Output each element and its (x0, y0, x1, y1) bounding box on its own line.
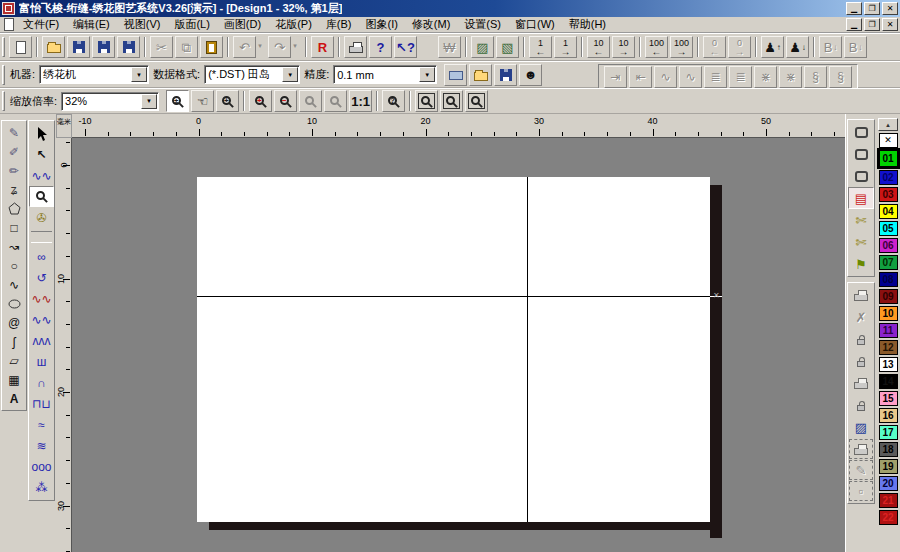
menu-pattern[interactable]: 花版(P) (268, 17, 319, 32)
back-10-button[interactable]: 10← (587, 36, 610, 58)
select-tool[interactable] (29, 123, 54, 144)
color-swatch-07[interactable]: 07 (879, 255, 898, 270)
menu-window[interactable]: 窗口(W) (508, 17, 562, 32)
data-format-dropdown-icon[interactable]: ▼ (282, 67, 298, 82)
rectangle-tool[interactable]: □ (2, 218, 26, 237)
edit-dashed-button[interactable]: ✎ (849, 460, 873, 480)
menu-draw[interactable]: 画图(D) (217, 17, 268, 32)
seq-join-a-button[interactable]: ⋇ (754, 66, 777, 88)
seq-align-end-button[interactable]: ⇤ (629, 66, 652, 88)
cross-stitch-tool[interactable]: ⁂ (29, 477, 54, 498)
copy-button[interactable]: ⧉ (175, 36, 198, 58)
forward-1-button[interactable]: 1→ (554, 36, 577, 58)
color-swatch-09[interactable]: 09 (879, 289, 898, 304)
toolbar-grip[interactable] (2, 91, 5, 111)
menu-settings[interactable]: 设置(S) (457, 17, 508, 32)
delete-block-button[interactable]: ✗ (848, 306, 874, 328)
pen-node-tool[interactable]: ✐ (2, 142, 26, 161)
seq-curve-b-button[interactable]: ∿ (679, 66, 702, 88)
open-button[interactable] (42, 36, 65, 58)
toolbar-grip[interactable] (2, 65, 5, 85)
pan-button[interactable]: ☜ (191, 90, 214, 112)
print-worksheet-button[interactable] (848, 372, 874, 394)
menu-modify[interactable]: 修改(M) (405, 17, 458, 32)
design-canvas[interactable] (197, 177, 710, 522)
circle-tool[interactable]: ○ (2, 256, 26, 275)
comb-stitch-tool[interactable]: ш (29, 351, 54, 372)
color-swatch-04[interactable]: 04 (879, 204, 898, 219)
save-design-button[interactable] (494, 64, 517, 86)
color-swatch-11[interactable]: 11 (879, 323, 898, 338)
save-to-machine-button[interactable] (92, 36, 115, 58)
menu-library[interactable]: 库(B) (319, 17, 359, 32)
print-design-button[interactable] (848, 284, 874, 306)
e-stitch-tool[interactable]: ʌʌʌ (29, 330, 54, 351)
image-insert-button[interactable]: ▨ (848, 416, 874, 438)
menu-image[interactable]: 图象(I) (358, 17, 404, 32)
export-design-button[interactable] (117, 36, 140, 58)
lasso-stitch-tool[interactable]: ↺ (29, 267, 54, 288)
back-100-button[interactable]: 100← (645, 36, 668, 58)
freehand-curve-tool[interactable]: ʑ (2, 180, 26, 199)
zoom-ratio-combobox[interactable]: 32% ▼ (61, 92, 159, 111)
frame-transform-button[interactable] (848, 143, 874, 165)
zoom-tool[interactable] (29, 186, 54, 207)
machine-dropdown-icon[interactable]: ▼ (131, 67, 147, 82)
fit-design-button[interactable] (415, 90, 438, 112)
color-swatch-10[interactable]: 10 (879, 306, 898, 321)
color-swatch-13[interactable]: 13 (879, 357, 898, 372)
stitch-list-button[interactable]: ₩ (438, 36, 461, 58)
sequin-card-button[interactable]: ▤ (848, 187, 874, 209)
lock-button[interactable] (848, 328, 874, 350)
back-1-button[interactable]: 1← (529, 36, 552, 58)
seq-curve-a-button[interactable]: ∿ (654, 66, 677, 88)
satin-stitch-tool[interactable]: ∿∿ (29, 309, 54, 330)
color-swatch-21[interactable]: 21 (879, 493, 898, 508)
text-tool[interactable]: A (2, 389, 26, 408)
color-swatch-02[interactable]: 02 (879, 170, 898, 185)
trim-curve-a-button[interactable]: ✄ (848, 209, 874, 231)
pentagon-tool[interactable] (2, 199, 26, 218)
needle-point-a-button[interactable]: B↓ (819, 36, 842, 58)
color-swatch-15[interactable]: 15 (879, 391, 898, 406)
unlock-button[interactable] (848, 394, 874, 416)
menu-layout[interactable]: 版面(L) (167, 17, 216, 32)
toolbar-grip[interactable] (2, 37, 5, 57)
child-restore-button[interactable]: ❐ (864, 18, 880, 31)
close-button[interactable]: ✕ (882, 2, 898, 15)
help-button[interactable]: ? (369, 36, 392, 58)
arch-stitch-tool[interactable]: ∩ (29, 372, 54, 393)
color-swatch-14[interactable]: 14 (879, 374, 898, 389)
palette-scroll-up-button[interactable]: ▲ (878, 118, 898, 131)
design-properties-button[interactable]: ☻ (519, 64, 542, 86)
column-stitch-tool[interactable]: ⊓⊔ (29, 393, 54, 414)
zoom-previous-button[interactable] (299, 90, 322, 112)
seq-even-b-button[interactable]: ≣ (729, 66, 752, 88)
color-swatch-01[interactable]: 01 (878, 149, 899, 168)
wave-stitch-tool[interactable]: ≈ (29, 414, 54, 435)
color-swatch-08[interactable]: 08 (879, 272, 898, 287)
wave-tool[interactable]: ∿ (2, 275, 26, 294)
precision-dropdown-icon[interactable]: ▼ (419, 67, 435, 82)
measure-tool[interactable]: ▱ (2, 351, 26, 370)
color-swatch-18[interactable]: 18 (879, 442, 898, 457)
machine-combobox[interactable]: 绣花机 ▼ (39, 65, 149, 84)
grid-tool[interactable]: ▦ (2, 370, 26, 389)
seq-even-a-button[interactable]: ≣ (704, 66, 727, 88)
color-swatch-06[interactable]: 06 (879, 238, 898, 253)
dense-wave-stitch-tool[interactable]: ≋ (29, 435, 54, 456)
restore-button[interactable]: ❐ (864, 2, 880, 15)
color-swatch-17[interactable]: 17 (879, 425, 898, 440)
save-button[interactable] (67, 36, 90, 58)
seq-loop-a-button[interactable]: § (804, 66, 827, 88)
frame-reshape-button[interactable] (848, 165, 874, 187)
needle-point-b-button[interactable]: B↓ (844, 36, 867, 58)
data-format-combobox[interactable]: (*.DST) 田岛 ▼ (204, 65, 300, 84)
color-swatch-22[interactable]: 22 (879, 510, 898, 525)
zoom-query-button[interactable]: ? (382, 90, 405, 112)
context-help-button[interactable]: ↖? (394, 36, 417, 58)
menu-view[interactable]: 视图(V) (117, 17, 168, 32)
color-swatch-19[interactable]: 19 (879, 459, 898, 474)
print-button[interactable] (344, 36, 367, 58)
hatch-backward-button[interactable]: ▧ (496, 36, 519, 58)
